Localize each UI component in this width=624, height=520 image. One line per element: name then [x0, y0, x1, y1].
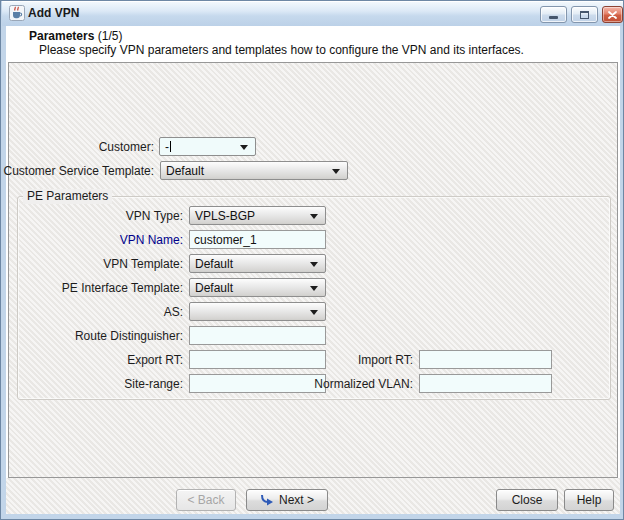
- vpn-template-value: Default: [195, 257, 233, 271]
- normalized-vlan-label: Normalized VLAN:: [291, 377, 413, 392]
- as-combobox[interactable]: [189, 302, 326, 321]
- customer-value: -: [165, 140, 169, 154]
- close-window-button[interactable]: [602, 6, 623, 23]
- close-button[interactable]: Close: [496, 489, 558, 511]
- java-cup-icon: [9, 5, 25, 21]
- titlebar[interactable]: Add VPN: [2, 1, 623, 26]
- wizard-step-description: Please specify VPN parameters and templa…: [39, 43, 524, 57]
- customer-service-template-label: Customer Service Template:: [1, 164, 154, 179]
- chevron-down-icon: [310, 286, 318, 291]
- wizard-step-title: Parameters (1/5): [29, 29, 122, 43]
- close-icon: [608, 11, 617, 19]
- minimize-icon: [549, 16, 558, 19]
- customer-service-template-value: Default: [166, 164, 204, 178]
- help-button[interactable]: Help: [564, 489, 614, 511]
- import-rt-input[interactable]: [419, 350, 552, 369]
- export-rt-label: Export RT:: [1, 353, 183, 368]
- chevron-down-icon: [310, 262, 318, 267]
- customer-service-template-combobox[interactable]: Default: [160, 161, 348, 180]
- maximize-button[interactable]: [571, 6, 598, 23]
- chevron-down-icon: [310, 310, 318, 315]
- next-button-label: Next >: [279, 493, 314, 507]
- chevron-down-icon: [240, 145, 248, 150]
- route-distinguisher-input[interactable]: [189, 326, 326, 345]
- vpn-type-value: VPLS-BGP: [195, 209, 255, 223]
- chevron-down-icon: [310, 214, 318, 219]
- vpn-name-input[interactable]: [189, 230, 326, 249]
- maximize-icon: [580, 11, 589, 19]
- wizard-step-name: Parameters: [29, 29, 94, 43]
- as-label: AS:: [1, 305, 183, 320]
- customer-combobox[interactable]: -: [159, 137, 256, 156]
- close-button-label: Close: [512, 493, 543, 507]
- help-button-label: Help: [577, 493, 602, 507]
- wizard-step-count: (1/5): [98, 29, 123, 43]
- text-caret: [170, 141, 171, 152]
- minimize-button[interactable]: [540, 6, 567, 23]
- back-button[interactable]: < Back: [176, 489, 236, 511]
- pe-parameters-group-title: PE Parameters: [23, 189, 112, 204]
- pe-interface-template-combobox[interactable]: Default: [189, 278, 326, 297]
- pe-parameters-group: [17, 196, 611, 400]
- chevron-down-icon: [332, 169, 340, 174]
- back-button-label: < Back: [187, 493, 224, 507]
- normalized-vlan-input[interactable]: [419, 374, 552, 393]
- site-range-label: Site-range:: [1, 377, 183, 392]
- curved-arrow-right-icon: [260, 494, 274, 506]
- next-button[interactable]: Next >: [246, 489, 328, 511]
- import-rt-label: Import RT:: [291, 353, 413, 368]
- pe-interface-template-label: PE Interface Template:: [1, 281, 183, 296]
- route-distinguisher-label: Route Distinguisher:: [1, 329, 183, 344]
- window-title: Add VPN: [28, 6, 79, 20]
- add-vpn-dialog: Add VPN Parameters (1/5) Please specify …: [0, 0, 624, 520]
- vpn-name-label: VPN Name:: [1, 233, 183, 248]
- vpn-type-combobox[interactable]: VPLS-BGP: [189, 206, 326, 225]
- vpn-template-combobox[interactable]: Default: [189, 254, 326, 273]
- vpn-type-label: VPN Type:: [1, 209, 183, 224]
- customer-label: Customer:: [1, 140, 154, 155]
- pe-interface-template-value: Default: [195, 281, 233, 295]
- vpn-template-label: VPN Template:: [1, 257, 183, 272]
